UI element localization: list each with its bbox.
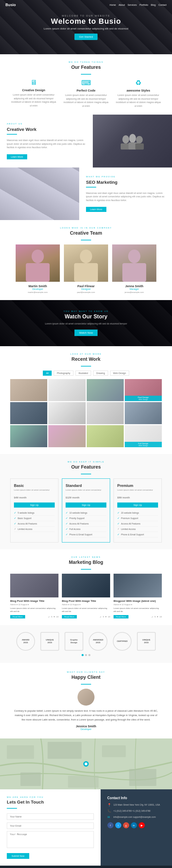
portfolio-pretitle: LOOK AT OUR WORK <box>10 353 162 355</box>
badge-dot-1 <box>85 654 87 656</box>
team-grid: Martin Smith Developer martin@example.co… <box>10 244 162 293</box>
google-plus-button[interactable]: g <box>123 822 129 828</box>
testimonial-divider <box>81 684 91 685</box>
pricing-feature-p4: ✓Phone & Email Support <box>117 532 158 537</box>
team-divider <box>81 240 91 240</box>
svg-point-10 <box>128 250 140 263</box>
blog-post-1: Blog Post With Image Title Admin ♦ 12 Au… <box>62 574 110 618</box>
svg-rect-14 <box>48 742 82 759</box>
svg-point-1 <box>129 134 136 143</box>
location-icon: 📍 <box>107 803 111 807</box>
portfolio-tab-photography[interactable]: Photography <box>54 371 73 376</box>
contact-email-text: info@example.com support@example.com <box>114 815 156 819</box>
phone-icon: 📞 <box>107 809 111 813</box>
pricing-signup-standard[interactable]: Sign Up <box>66 502 106 508</box>
testimonial-role: Developer <box>14 728 158 730</box>
svg-point-0 <box>122 135 129 143</box>
portfolio-divider <box>81 366 91 367</box>
nav-blog[interactable]: Blog <box>151 4 156 6</box>
portfolio-item-2 <box>87 379 124 401</box>
portfolio-tab-all[interactable]: All <box>43 371 52 376</box>
youtube-button[interactable]: ▶ <box>139 822 145 828</box>
blog-image-0 <box>10 574 58 597</box>
blog-read-button-2[interactable]: Read More <box>114 615 128 618</box>
pricing-plan-basic: Basic Lorem ipsum dolor sit amet consect… <box>10 478 58 542</box>
contact-name-input[interactable] <box>7 813 94 820</box>
pricing-feature-s3: ✓Full Access <box>66 527 106 532</box>
blog-excerpt-0: Lorem ipsum dolor sit amet consectetur a… <box>10 607 58 613</box>
nav-services[interactable]: Services <box>127 4 137 6</box>
feature-code-desc: Lorem ipsum dolor sit amet consectetur a… <box>63 94 109 108</box>
team-title: Creative Team <box>10 230 162 236</box>
team-member-1-role: Designer <box>64 288 108 290</box>
contact-info: Contact Info 📍 123 Main Street New York … <box>101 789 172 866</box>
share-icon-1: ↗ <box>100 616 101 618</box>
nav-portfolio[interactable]: Portfolio <box>139 4 148 6</box>
twitter-button[interactable]: t <box>115 822 121 828</box>
features-title: Our Features <box>10 64 162 70</box>
hero-section: Busio Home About Services Portfolio Blog… <box>0 0 172 54</box>
contact-email-input[interactable] <box>7 823 94 829</box>
team-card-0: Martin Smith Developer martin@example.co… <box>16 244 60 293</box>
blog-footer-2: Read More ↗ 5 ♥ 10 <box>114 615 162 618</box>
svg-rect-18 <box>129 769 156 786</box>
testimonial-pretitle: WHAT OUR CLIENTS SAY <box>14 671 158 673</box>
contact-phone: 📞 +1 (012) 345-6789 +1 (012) 345-6780 <box>107 809 165 813</box>
nav-contact[interactable]: Contact <box>158 4 167 6</box>
team-member-0-name: Martin Smith <box>16 284 60 288</box>
blog-social-2: ↗ 5 ♥ 10 <box>151 616 162 618</box>
features-pretitle: WE DO THREE THINGS <box>10 61 162 63</box>
pricing-feature-p1: ✓Premium Support <box>117 516 158 521</box>
blog-shares-1: 5 <box>103 616 104 618</box>
portfolio-item-8 <box>10 425 47 447</box>
video-play-button[interactable]: Watch Now <box>74 330 98 336</box>
cw-divider <box>7 134 17 135</box>
pricing-features-standard: ✓10 website listings ✓Priority Support ✓… <box>66 510 106 537</box>
feature-design-title: Creative Design <box>10 88 57 92</box>
team-member-2-role: Manager <box>112 288 156 290</box>
blog-likes-0: 10 <box>56 616 58 618</box>
pricing-grid: Basic Lorem ipsum dolor sit amet consect… <box>10 478 162 542</box>
logo[interactable]: Busio <box>5 3 16 7</box>
pricing-plan-premium: Premium Lorem ipsum dolor sit amet conse… <box>114 478 162 542</box>
blog-meta-1: Admin ♦ 12 August ♦ <box>62 604 110 606</box>
feature-item-0: 🖥 Creative Design Lorem ipsum dolor sit … <box>10 79 57 108</box>
blog-read-button-0[interactable]: Read More <box>10 615 25 618</box>
cw-learn-more-button[interactable]: Learn More <box>7 154 27 159</box>
pricing-tier-standard: Standard <box>66 484 106 488</box>
blog-excerpt-2: Lorem ipsum dolor sit amet consectetur a… <box>114 607 162 613</box>
contact-submit-button[interactable]: Submit Now <box>7 853 29 859</box>
like-icon-2: ♥ <box>157 616 158 618</box>
nav-about[interactable]: About <box>119 4 125 6</box>
video-section: YOU MAY WANT TO KNOW US Watch Our Story … <box>0 300 172 346</box>
pricing-desc-premium: Lorem ipsum dolor sit amet consectetur <box>117 489 158 492</box>
portfolio-tab-illustrated[interactable]: Illustated <box>75 371 91 376</box>
badge-0: AWARD2015 <box>16 632 35 651</box>
contact-email: ✉ info@example.com support@example.com <box>107 815 165 819</box>
contact-divider <box>7 808 17 809</box>
blog-read-button-1[interactable]: Read More <box>62 615 77 618</box>
contact-message-input[interactable] <box>7 831 94 848</box>
testimonial-avatar <box>78 689 94 706</box>
pricing-signup-premium[interactable]: Sign Up <box>117 502 158 508</box>
seo-section: WHAT WE PROVIDE SEO Marketing Maecenas s… <box>0 167 172 220</box>
portfolio-tab-webdesign[interactable]: Web Design <box>110 371 129 376</box>
pricing-signup-basic[interactable]: Sign Up <box>14 502 55 508</box>
seo-learn-more-button[interactable]: Learn More <box>86 207 106 212</box>
blog-likes-2: 10 <box>159 616 162 618</box>
hero-cta-button[interactable]: Get Started <box>74 34 98 40</box>
nav-home[interactable]: Home <box>109 4 116 6</box>
portfolio-tabs: All Photography Illustated Drawing Web D… <box>10 371 162 376</box>
blog-title-0: Blog Post With Image Title <box>10 599 58 603</box>
facebook-button[interactable]: f <box>107 822 114 828</box>
badge-3: AWARDED2015 <box>89 632 107 651</box>
map-section <box>0 738 172 789</box>
svg-point-2 <box>136 136 143 143</box>
portfolio-tab-drawing[interactable]: Drawing <box>93 371 108 376</box>
contact-address-text: 123 Main Street New York City, NY 10001,… <box>114 803 160 807</box>
linkedin-button[interactable]: in <box>131 822 137 828</box>
team-member-1-email: paul@example.com <box>64 291 108 293</box>
feature-styles-title: awesome Styles <box>115 89 162 92</box>
pricing-feature-1: ✓Basic Support <box>14 516 55 521</box>
blog-grid: Blog Post With Image Title Admin ♦ 12 Au… <box>10 574 162 618</box>
